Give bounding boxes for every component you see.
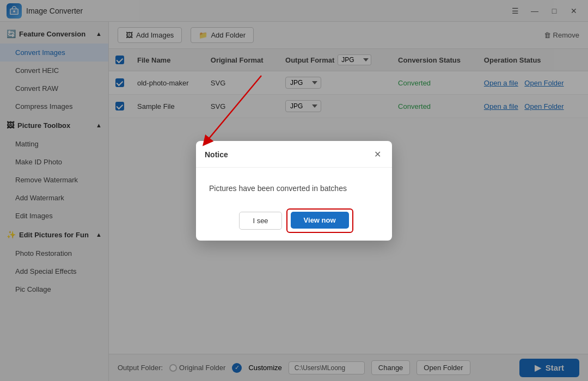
dialog-footer: I see View now [196,205,392,241]
dialog-header: Notice ✕ [196,141,392,168]
dialog-overlay: Notice ✕ Pictures have been converted in… [0,0,588,381]
i-see-button[interactable]: I see [239,212,281,230]
dialog-message: Pictures have been converted in batches [209,184,347,193]
svg-line-2 [207,76,261,141]
view-now-button[interactable]: View now [291,212,349,229]
dialog-body: Pictures have been converted in batches [196,168,392,205]
view-now-wrapper: View now [291,212,349,230]
notice-dialog: Notice ✕ Pictures have been converted in… [196,141,392,241]
dialog-title: Notice [205,150,228,159]
dialog-close-button[interactable]: ✕ [371,149,383,161]
dialog-container: Notice ✕ Pictures have been converted in… [196,141,392,241]
